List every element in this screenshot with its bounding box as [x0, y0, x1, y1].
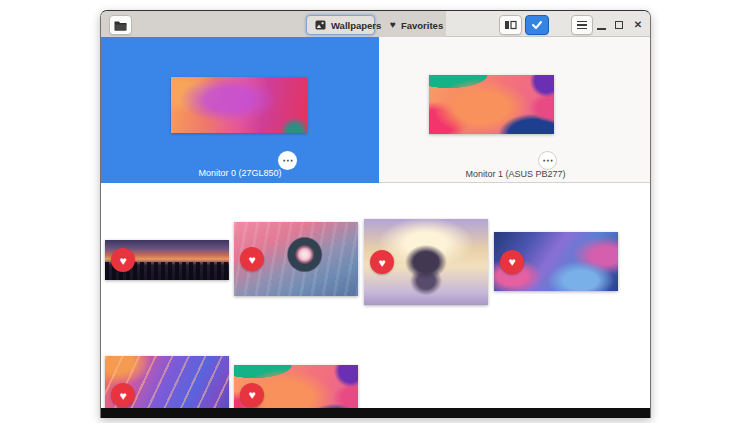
window-bottom-edge [101, 408, 650, 418]
hamburger-menu-icon [577, 21, 587, 30]
favorite-heart-badge: ♥ [240, 247, 264, 271]
headerbar: Wallpapers ♥ Favorites [101, 11, 650, 37]
maximize-button[interactable] [610, 16, 628, 34]
close-icon: ✕ [634, 20, 642, 30]
maximize-icon [615, 21, 623, 29]
minimize-icon [597, 28, 606, 30]
monitor-1-options-button[interactable]: ⋯ [538, 151, 557, 170]
wallpaper-pink-sphere-underwater[interactable]: ♥ [234, 222, 358, 296]
menu-button[interactable] [571, 15, 593, 35]
tab-wallpapers-label: Wallpapers [331, 20, 381, 31]
favorite-heart-badge: ♥ [370, 250, 394, 274]
app-window: Wallpapers ♥ Favorites [100, 10, 651, 418]
image-icon [315, 20, 326, 30]
heart-icon: ♥ [390, 20, 396, 30]
favorite-heart-badge: ♥ [500, 250, 524, 274]
check-icon [531, 20, 543, 30]
favorite-heart-badge: ♥ [240, 383, 264, 407]
wallpaper-grid: ♥ ♥ ♥ ♥ ♥ ♥ [101, 183, 650, 408]
wallpaper-floating-island-pastel-clouds[interactable]: ♥ [364, 219, 488, 305]
open-folder-button[interactable] [109, 15, 132, 35]
wallpaper-abstract-fluid-teal-pink[interactable]: ♥ [234, 365, 358, 408]
monitor-previews: ⋯ Monitor 0 (27GL850) ⋯ Monitor 1 (ASUS … [101, 37, 650, 183]
apply-wallpaper-button[interactable] [525, 15, 549, 35]
dual-monitor-icon [504, 20, 517, 30]
tab-favorites[interactable]: ♥ Favorites [382, 15, 445, 35]
monitor-layout-button[interactable] [499, 15, 522, 35]
monitor-1-wallpaper-preview [429, 75, 554, 134]
wallpaper-vivid-clouds-pink-blue[interactable]: ♥ [494, 232, 618, 291]
folder-open-icon [114, 20, 127, 31]
close-button[interactable]: ✕ [629, 16, 647, 34]
wallpaper-fluid-waves-orange-purple[interactable]: ♥ [105, 356, 229, 408]
tab-favorites-label: Favorites [401, 20, 443, 31]
favorite-heart-badge: ♥ [111, 248, 135, 272]
favorite-heart-badge: ♥ [111, 383, 135, 407]
monitor-0-label: Monitor 0 (27GL850) [101, 168, 379, 178]
minimize-button[interactable] [592, 16, 610, 34]
wallpaper-city-skyline-sunset[interactable]: ♥ [105, 240, 229, 280]
monitor-0-wallpaper-preview [171, 77, 307, 133]
monitor-0-panel[interactable]: ⋯ Monitor 0 (27GL850) [101, 37, 379, 183]
monitor-1-label: Monitor 1 (ASUS PB277) [379, 169, 651, 179]
tab-wallpapers[interactable]: Wallpapers [306, 15, 375, 35]
monitor-1-panel[interactable]: ⋯ Monitor 1 (ASUS PB277) [379, 37, 651, 183]
